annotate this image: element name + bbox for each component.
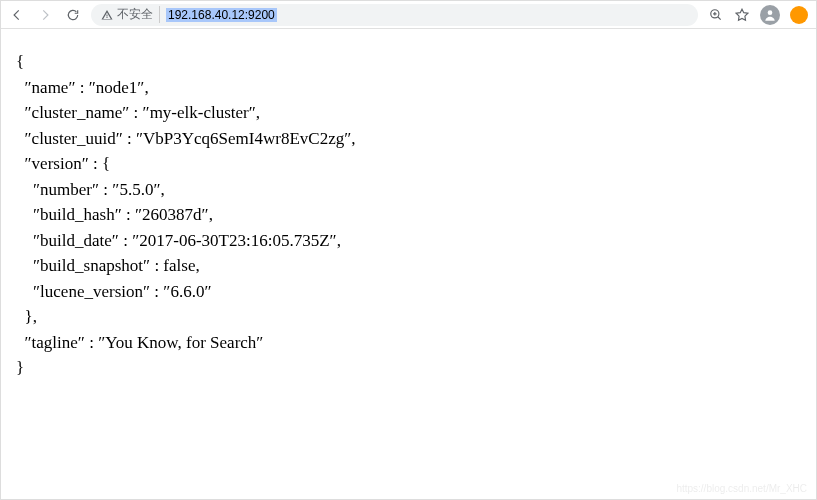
- watermark: https://blog.csdn.net/Mr_XHC: [676, 483, 807, 494]
- json-value: 2017-06-30T23:16:05.735Z: [139, 231, 329, 250]
- profile-avatar[interactable]: [760, 5, 780, 25]
- json-value: VbP3Ycq6SemI4wr8EvC2zg: [143, 129, 344, 148]
- arrow-right-icon: [38, 8, 52, 22]
- json-key: build_date: [40, 231, 112, 250]
- json-value: You Know, for Search: [105, 333, 256, 352]
- security-label: 不安全: [117, 6, 153, 23]
- json-key: number: [40, 180, 92, 199]
- json-value: node1: [96, 78, 138, 97]
- json-value: false: [163, 256, 195, 275]
- json-key: build_hash: [40, 205, 115, 224]
- zoom-button[interactable]: [708, 7, 724, 23]
- star-icon: [735, 8, 749, 22]
- svg-point-1: [768, 10, 773, 15]
- arrow-left-icon: [10, 8, 24, 22]
- response-body: { ″name″ : ″node1″, ″cluster_name″ : ″my…: [1, 29, 816, 401]
- person-icon: [763, 8, 777, 22]
- json-key: version: [32, 154, 82, 173]
- json-value: 260387d: [142, 205, 202, 224]
- nav-buttons: [9, 7, 81, 23]
- browser-toolbar: 不安全 192.168.40.12:9200: [1, 1, 816, 29]
- json-key: cluster_uuid: [32, 129, 116, 148]
- json-key: name: [32, 78, 69, 97]
- reload-icon: [66, 8, 80, 22]
- notification-badge[interactable]: [790, 6, 808, 24]
- json-value: 5.5.0: [119, 180, 153, 199]
- security-indicator[interactable]: 不安全: [101, 6, 160, 23]
- warning-icon: [101, 9, 113, 21]
- toolbar-right: [708, 5, 808, 25]
- json-key: cluster_name: [32, 103, 123, 122]
- address-bar[interactable]: 不安全 192.168.40.12:9200: [91, 4, 698, 26]
- json-value: my-elk-cluster: [150, 103, 249, 122]
- back-button[interactable]: [9, 7, 25, 23]
- json-key: build_snapshot: [40, 256, 143, 275]
- forward-button[interactable]: [37, 7, 53, 23]
- json-key: lucene_version: [40, 282, 143, 301]
- json-value: 6.6.0: [170, 282, 204, 301]
- bookmark-button[interactable]: [734, 7, 750, 23]
- zoom-icon: [709, 8, 723, 22]
- json-key: tagline: [32, 333, 78, 352]
- url-text: 192.168.40.12:9200: [166, 8, 277, 22]
- reload-button[interactable]: [65, 7, 81, 23]
